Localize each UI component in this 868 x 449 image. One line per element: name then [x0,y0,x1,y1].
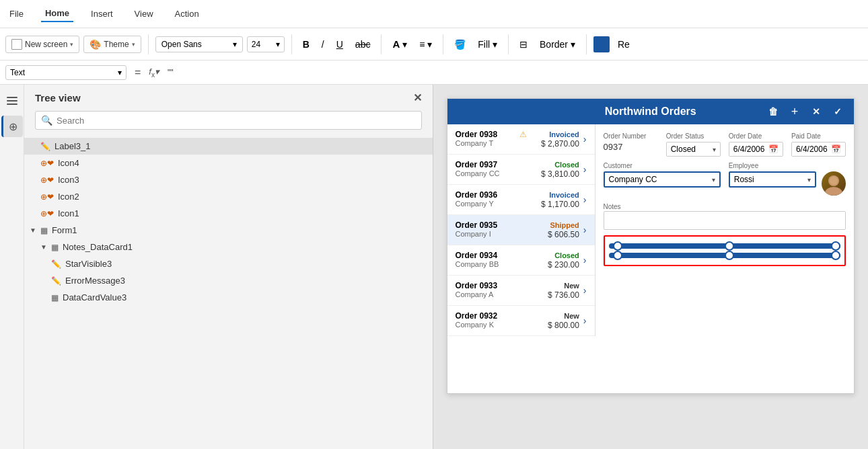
paid-date-input[interactable]: 6/4/2006 📅 [791,142,846,157]
tree-label-form1: Form1 [52,225,77,235]
notes-datacard-collapse-arrow: ▼ [40,243,47,251]
order-status-0937: Closed [554,161,579,169]
order-number-0933: Order 0933 [456,281,498,290]
notes-input[interactable] [604,211,846,230]
formula-input[interactable] [165,67,863,79]
menu-insert[interactable]: Insert [87,6,117,22]
slider-handle-2-right[interactable] [831,251,840,260]
app-title: Northwind Orders [605,106,696,118]
tree-view-panel: Tree view ✕ 🔍 ✏️ Label3_1 ⊕❤ Icon4 ⊕❤ Ic… [24,85,433,449]
order-row-0936[interactable]: Order 0936 Invoiced Company Y $ 1,170.00… [447,185,595,215]
order-amount-0938: $ 2,870.00 [541,139,579,149]
align-button[interactable]: ≡ ▾ [415,36,436,52]
tree-item-datacardvalue3[interactable]: ▦ DataCardValue3 [24,289,433,306]
slider-handle-1-middle[interactable] [725,241,734,251]
order-arrow-0932[interactable]: › [583,315,587,326]
order-arrow-0934[interactable]: › [583,255,587,266]
order-row-0932[interactable]: Order 0932 New Company K $ 800.00 › [447,306,595,336]
fill-button[interactable]: Fill ▾ [474,36,501,52]
check-icon[interactable]: ✓ [830,104,846,120]
search-box[interactable]: 🔍 [35,111,422,130]
order-arrow-0936[interactable]: › [583,194,587,205]
hamburger-menu-icon[interactable] [1,90,23,112]
order-row-0935[interactable]: Order 0935 Shipped Company I $ 606.50 › [447,215,595,245]
strikethrough-button[interactable]: abc [351,36,375,52]
order-row-0938[interactable]: Order 0938 ⚠ Invoiced Company T $ 2,870.… [447,124,595,155]
new-screen-button[interactable]: New screen ▾ [5,36,79,53]
order-arrow-0935[interactable]: › [583,225,587,235]
pencil-icon: ✏️ [40,142,50,151]
order-arrow-0938[interactable]: › [583,134,587,145]
font-size-selector[interactable]: 24 ▾ [247,36,285,52]
font-selector[interactable]: Open Sans ▾ [155,36,243,52]
underline-button[interactable]: U [332,36,347,52]
customer-dropdown-arrow: ▾ [712,176,715,183]
tree-item-icon4[interactable]: ⊕❤ Icon4 [24,155,433,171]
tree-item-label3_1[interactable]: ✏️ Label3_1 [24,138,433,155]
italic-button[interactable]: / [318,36,328,52]
order-date-label: Order Date [729,132,783,140]
customer-field: Customer Company CC ▾ [604,162,721,196]
customer-input[interactable]: Company CC ▾ [604,171,721,188]
order-amount-0937: $ 3,810.00 [541,169,579,179]
order-info-0934: Order 0934 Closed Company BB $ 230.00 [456,251,579,270]
theme-button[interactable]: 🎨 Theme ▾ [83,36,141,53]
order-number-0937: Order 0937 [456,160,498,169]
layers-icon[interactable]: ⊕ [1,116,23,137]
order-number-0934: Order 0934 [456,251,498,260]
add-icon[interactable]: + [787,104,803,120]
order-row-0934[interactable]: Order 0934 Closed Company BB $ 230.00 › [447,245,595,276]
border-button[interactable]: Border ▾ [536,36,579,52]
slider-handle-2-left[interactable] [613,251,622,260]
menu-view[interactable]: View [131,6,157,22]
new-screen-chevron: ▾ [70,41,73,48]
order-row-0933[interactable]: Order 0933 New Company A $ 736.00 › [447,276,595,306]
order-number-0935: Order 0935 [456,220,498,230]
detail-row-1: Order Number 0937 Order Status Closed ▾ … [604,132,846,157]
bold-button[interactable]: B [299,36,314,52]
menu-file[interactable]: File [5,6,28,22]
slider-handle-1-left[interactable] [613,241,622,251]
size-chevron: ▾ [276,40,280,49]
separator4 [443,34,443,54]
tree-item-icon1[interactable]: ⊕❤ Icon1 [24,205,433,222]
trash-icon[interactable]: 🗑 [765,104,781,120]
tree-item-form1[interactable]: ▼ ▦ Form1 [24,222,433,239]
order-info-0932: Order 0932 New Company K $ 800.00 [456,311,579,330]
order-arrow-0933[interactable]: › [583,285,587,296]
name-box[interactable]: Text ▾ [5,65,126,80]
order-date-input[interactable]: 6/4/2006 📅 [729,142,783,157]
order-status-input[interactable]: Closed ▾ [666,142,721,157]
order-row-0937[interactable]: Order 0937 Closed Company CC $ 3,810.00 … [447,155,595,185]
app-body: Order 0938 ⚠ Invoiced Company T $ 2,870.… [447,124,855,336]
search-input[interactable] [57,116,416,126]
slider-container [604,235,846,266]
tree-item-icon3[interactable]: ⊕❤ Icon3 [24,171,433,188]
close-icon[interactable]: ✕ [808,104,824,120]
tree-item-notes-datacard[interactable]: ▼ ▦ Notes_DataCard1 [24,239,433,255]
menu-home[interactable]: Home [41,5,73,22]
svg-point-1 [825,187,842,196]
order-arrow-0937[interactable]: › [583,164,587,175]
font-color-button[interactable]: A ▾ [388,36,411,52]
menu-action[interactable]: Action [171,6,203,22]
tree-label-icon3: Icon3 [58,175,79,185]
slider-handle-2-middle[interactable] [725,251,734,260]
tree-item-errormessage3[interactable]: ✏️ ErrorMessage3 [24,272,433,289]
sidebar-header: Tree view ✕ [24,85,433,111]
tree-item-starvisible3[interactable]: ✏️ StarVisible3 [24,255,433,272]
employee-section: Rossi ▾ [729,171,846,196]
employee-input[interactable]: Rossi ▾ [729,171,816,188]
tree-label-errormessage3: ErrorMessage3 [65,276,125,286]
tree-view-close-button[interactable]: ✕ [413,91,422,104]
main-content: ⊕ Tree view ✕ 🔍 ✏️ Label3_1 ⊕❤ Icon4 ⊕❤ … [0,85,868,449]
fx-button[interactable]: fx▾ [149,67,159,79]
reorder-button[interactable]: Re [614,36,634,52]
canvas-area: Northwind Orders 🗑 + ✕ ✓ [433,85,869,449]
order-status-0932: New [564,312,579,320]
order-status-0933: New [564,282,579,290]
tree-item-icon2[interactable]: ⊕❤ Icon2 [24,188,433,205]
paid-date-label: Paid Date [791,132,846,140]
slider-handle-1-right[interactable] [831,241,840,251]
order-number-label: Order Number [604,132,658,140]
